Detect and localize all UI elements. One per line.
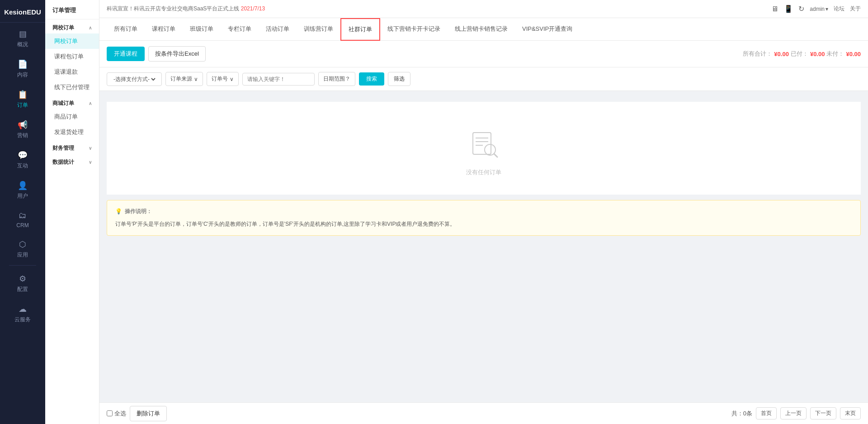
sidebar-item-label: 应用 [17,251,28,259]
filter-button[interactable]: 筛选 [388,72,410,86]
submenu-header: 订单管理 [45,0,99,19]
select-all-text: 全选 [114,410,126,418]
toolbar-right: 所有合计： ¥0.00 已付： ¥0.00 未付： ¥0.00 [743,50,861,58]
submenu-item-delivery[interactable]: 发退货处理 [45,124,99,140]
sidebar-item-label: 用户 [17,192,28,200]
notice-box: 💡 操作说明： 订单号'P'开头是平台的订单，订单号'C'开头的是教师的订单，订… [107,200,861,236]
export-excel-button[interactable]: 按条件导出Excel [148,46,206,62]
sidebar-item-interaction[interactable]: 💬 互动 [0,144,45,174]
app-icon: ⬡ [19,239,26,249]
filter-bar: -选择支付方式- 订单来源 ∨ 订单号 ∨ 日期范围？ 搜索 筛选 [99,67,868,91]
tab-activity-orders[interactable]: 活动订单 [259,19,297,40]
refresh-icon[interactable]: ↻ [798,5,804,13]
submenu-item-product-order[interactable]: 商品订单 [45,109,99,124]
content-icon: 📄 [18,59,28,69]
chevron-down-icon-2: ∨ [89,160,92,165]
paid-label: 已付： [791,50,808,58]
bottom-bar: 全选 删除订单 共：0条 首页 上一页 下一页 末页 [99,402,868,424]
next-page-button[interactable]: 下一页 [810,407,836,419]
date-range-button[interactable]: 日期范围？ [318,72,355,86]
tab-class-orders[interactable]: 班级订单 [183,19,221,40]
unpaid-amount: ¥0.00 [846,51,861,57]
admin-label: admin [810,6,825,12]
mobile-icon[interactable]: 📱 [784,5,793,13]
sidebar-item-label: 内容 [17,71,28,79]
sidebar: KesionEDU ▤ 概况 📄 内容 📋 订单 📢 营销 💬 互动 👤 用户 … [0,0,45,424]
order-source-dropdown[interactable]: 订单来源 ∨ [165,72,203,86]
order-no-label: 订单号 [212,75,228,83]
payment-method-dropdown[interactable]: -选择支付方式- [112,76,157,83]
order-icon: 📋 [18,90,28,100]
submenu-group-label: 财务管理 [52,144,74,152]
sidebar-item-content[interactable]: 📄 内容 [0,53,45,83]
tab-special-orders[interactable]: 专栏订单 [221,19,259,40]
topbar-actions: 🖥 📱 ↻ admin ▾ 论坛 关于 [771,5,861,13]
sidebar-item-app[interactable]: ⬡ 应用 [0,233,45,263]
sidebar-item-order[interactable]: 📋 订单 [0,83,45,114]
sidebar-item-label: 营销 [17,132,28,139]
admin-arrow-icon: ▾ [826,6,828,12]
submenu-group-stats[interactable]: 数据统计 ∨ [45,154,99,168]
overview-icon: ▤ [19,29,27,39]
chevron-up-icon-2: ∧ [89,101,92,106]
toolbar: 开通课程 按条件导出Excel 所有合计： ¥0.00 已付： ¥0.00 未付… [99,41,868,67]
svg-rect-0 [473,133,491,154]
submenu: 订单管理 网校订单 ∧ 网校订单 课程包订单 退课退款 线下已付管理 商城订单 … [45,0,99,424]
delete-orders-button[interactable]: 删除订单 [130,406,167,421]
tab-course-orders[interactable]: 课程订单 [145,19,183,40]
select-all-label[interactable]: 全选 [107,410,126,418]
submenu-item-course-package[interactable]: 课程包订单 [45,49,99,64]
keyword-input[interactable] [242,73,315,86]
total-amount: ¥0.00 [774,51,789,57]
forum-link[interactable]: 论坛 [834,5,844,13]
main-container: 订单管理 网校订单 ∧ 网校订单 课程包订单 退课退款 线下已付管理 商城订单 … [45,0,868,424]
about-link[interactable]: 关于 [850,5,861,13]
tab-all-orders[interactable]: 所有订单 [107,19,145,40]
last-page-button[interactable]: 末页 [840,407,861,419]
tab-vip[interactable]: VIP&SVIP开通查询 [515,19,580,40]
submenu-group-school-order[interactable]: 网校订单 ∧ [45,19,99,33]
submenu-group-mall-order[interactable]: 商城订单 ∧ [45,95,99,109]
admin-button[interactable]: admin ▾ [810,6,828,12]
select-all-checkbox[interactable] [107,410,113,416]
tab-training-orders[interactable]: 训练营订单 [297,19,340,40]
open-course-button[interactable]: 开通课程 [107,47,145,61]
prev-page-button[interactable]: 上一页 [780,407,807,419]
chevron-down-icon-4: ∨ [230,76,234,82]
empty-icon [469,129,498,163]
sidebar-item-overview[interactable]: ▤ 概况 [0,23,45,53]
submenu-group-label: 商城订单 [52,100,74,107]
tab-online-card[interactable]: 线上营销卡销售记录 [448,19,515,40]
page-content: 所有订单 课程订单 班级订单 专栏订单 活动订单 训练营订单 社群订单 线下营销… [99,18,868,424]
user-icon: 👤 [18,181,28,191]
payment-method-select[interactable]: -选择支付方式- [107,72,162,86]
sidebar-divider [9,265,36,266]
submenu-group-label: 数据统计 [52,158,74,166]
sidebar-item-marketing[interactable]: 📢 营销 [0,114,45,144]
marketing-icon: 📢 [18,120,28,130]
notice-text: 科讯宣宣！科讯云开店专业社交电商SaaS平台正式上线 [107,5,239,12]
sidebar-item-label: 云服务 [14,316,31,324]
order-no-dropdown[interactable]: 订单号 ∨ [207,72,239,86]
submenu-item-refund[interactable]: 退课退款 [45,64,99,80]
unpaid-label: 未付： [826,50,844,58]
submenu-item-offline-paid[interactable]: 线下已付管理 [45,80,99,95]
sidebar-item-crm[interactable]: 🗂 CRM [0,205,45,233]
sidebar-item-cloud[interactable]: ☁ 云服务 [0,298,45,328]
sidebar-item-config[interactable]: ⚙ 配置 [0,267,45,298]
submenu-group-finance[interactable]: 财务管理 ∨ [45,140,99,154]
chevron-up-icon: ∧ [89,25,92,30]
first-page-button[interactable]: 首页 [756,407,777,419]
notice-date: 2021/7/13 [241,5,265,12]
monitor-icon[interactable]: 🖥 [771,5,778,13]
crm-icon: 🗂 [19,211,27,220]
tab-community-orders[interactable]: 社群订单 [340,18,380,41]
empty-message: 没有任何订单 [466,168,501,176]
notice-content: 订单号'P'开头是平台的订单，订单号'C'开头的是教师的订单，订单号是'SF'开… [115,219,852,229]
order-source-label: 订单来源 [170,75,192,83]
submenu-item-school-order[interactable]: 网校订单 [45,33,99,49]
cloud-icon: ☁ [19,304,27,314]
sidebar-item-user[interactable]: 👤 用户 [0,174,45,205]
tab-offline-card[interactable]: 线下营销卡开卡记录 [380,19,448,40]
search-button[interactable]: 搜索 [359,72,384,86]
